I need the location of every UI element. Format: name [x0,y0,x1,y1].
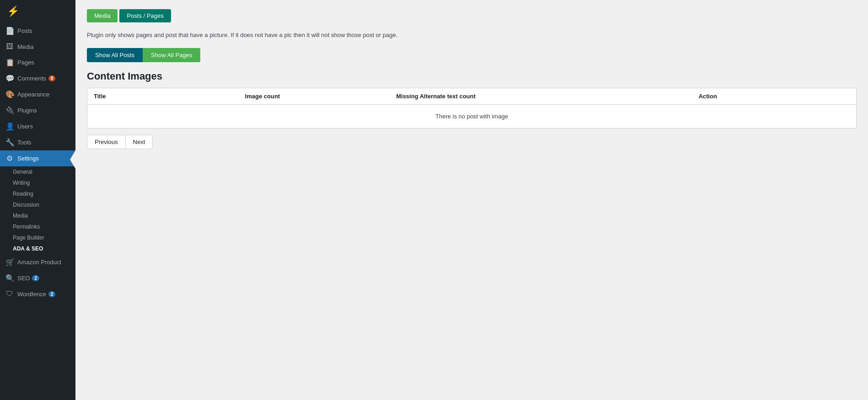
col-title: Title [94,93,245,100]
filter-buttons: Show All Posts Show All Pages [87,48,857,62]
submenu-writing[interactable]: Writing [0,177,75,188]
show-all-pages-button[interactable]: Show All Pages [143,48,200,62]
sidebar-item-settings[interactable]: ⚙ Settings [0,150,75,166]
seo-icon: 🔍 [5,274,14,283]
content-images-table: Title Image count Missing Alternate text… [87,88,857,128]
sidebar-item-wordfence[interactable]: 🛡 Wordfence 2 [0,286,75,302]
show-all-posts-button[interactable]: Show All Posts [87,48,143,62]
sidebar-item-media[interactable]: 🖼 Media [0,39,75,54]
submenu-discussion[interactable]: Discussion [0,199,75,210]
pages-icon: 📋 [5,58,14,67]
wordfence-icon: 🛡 [5,290,14,298]
amazon-icon: 🛒 [5,258,14,267]
submenu-page-builder[interactable]: Page Builder [0,232,75,243]
col-missing-alt: Missing Alternate text count [396,93,698,100]
sidebar-item-pages[interactable]: 📋 Pages [0,54,75,70]
previous-button[interactable]: Previous [87,135,126,149]
content-images-title: Content Images [87,70,857,82]
sidebar-item-seo[interactable]: 🔍 SEO 2 [0,270,75,286]
col-action: Action [698,93,850,100]
submenu-media[interactable]: Media [0,210,75,221]
sidebar-logo: ⚡ [0,0,75,23]
posts-icon: 📄 [5,27,14,35]
next-button[interactable]: Next [126,135,153,149]
users-icon: 👤 [5,122,14,131]
wordfence-badge: 2 [48,291,56,297]
posts-pages-tab-button[interactable]: Posts / Pages [119,9,171,22]
sidebar-item-appearance[interactable]: 🎨 Appearance [0,86,75,102]
sidebar-item-users[interactable]: 👤 Users [0,118,75,134]
pagination: Previous Next [87,135,857,149]
submenu-general[interactable]: General [0,166,75,177]
submenu-ada-seo[interactable]: ADA & SEO [0,243,75,254]
plugin-info-text: Plugin only shows pages and post that ha… [87,31,857,40]
appearance-icon: 🎨 [5,90,14,99]
sidebar-item-comments[interactable]: 💬 Comments 9 [0,70,75,86]
media-tab-button[interactable]: Media [87,9,118,22]
sidebar-item-plugins[interactable]: 🔌 Plugins [0,102,75,118]
col-image-count: Image count [245,93,396,100]
seo-badge: 2 [32,275,39,281]
table-empty-message: There is no post with image [87,105,856,128]
tools-icon: 🔧 [5,138,14,147]
main-content: Media Posts / Pages Plugin only shows pa… [75,0,868,400]
table-header: Title Image count Missing Alternate text… [87,88,856,105]
comments-icon: 💬 [5,74,14,83]
submenu-permalinks[interactable]: Permalinks [0,221,75,232]
plugins-icon: 🔌 [5,106,14,115]
sidebar-item-posts[interactable]: 📄 Posts [0,23,75,39]
sidebar-item-amazon[interactable]: 🛒 Amazon Product [0,254,75,270]
media-icon: 🖼 [5,43,14,51]
sidebar: ⚡ 📄 Posts 🖼 Media 📋 Pages 💬 Comments 9 🎨… [0,0,75,400]
tab-buttons: Media Posts / Pages [87,9,857,22]
submenu-reading[interactable]: Reading [0,188,75,199]
sidebar-item-tools[interactable]: 🔧 Tools [0,134,75,150]
settings-icon: ⚙ [5,154,14,163]
comments-badge: 9 [48,75,56,81]
